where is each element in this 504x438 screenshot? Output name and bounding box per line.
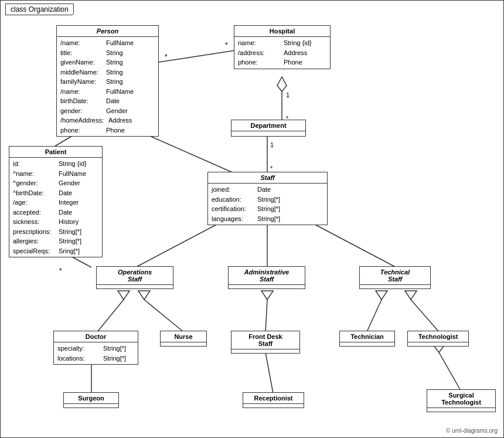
svg-line-38 — [439, 352, 461, 391]
svg-text:1: 1 — [270, 141, 274, 148]
class-doctor-header: Doctor — [54, 331, 138, 342]
class-person: Person /name:FullName title:String given… — [56, 25, 159, 137]
svg-marker-29 — [261, 291, 273, 300]
class-hospital: Hospital name:String {id} /address:Addre… — [234, 25, 331, 69]
class-administrative-staff-header: AdministrativeStaff — [229, 267, 305, 285]
class-technologist: Technologist — [407, 331, 469, 347]
class-technical-staff-body — [360, 285, 430, 288]
class-receptionist: Receptionist — [243, 392, 304, 408]
svg-marker-33 — [405, 291, 417, 300]
class-person-header: Person — [57, 26, 158, 37]
class-patient-header: Patient — [9, 147, 102, 158]
svg-line-0 — [159, 50, 235, 62]
class-person-body: /name:FullName title:String givenName:St… — [57, 37, 158, 136]
class-department-body — [231, 131, 305, 136]
copyright: © uml-diagrams.org — [446, 427, 498, 434]
class-patient: Patient id:String {id} ^name:FullName ^g… — [9, 146, 103, 257]
class-hospital-body: name:String {id} /address:Address phone:… — [234, 37, 330, 69]
class-surgical-technologist-body — [427, 408, 495, 412]
svg-marker-27 — [138, 291, 150, 300]
class-front-desk-staff-header: Front DeskStaff — [231, 331, 299, 349]
svg-marker-31 — [376, 291, 387, 300]
class-surgeon: Surgeon — [63, 392, 119, 408]
svg-line-28 — [265, 300, 267, 332]
class-department-header: Department — [231, 120, 305, 131]
class-administrative-staff: AdministrativeStaff — [228, 266, 305, 289]
class-surgeon-header: Surgeon — [64, 393, 118, 404]
class-department: Department — [231, 120, 306, 137]
class-technologist-body — [408, 342, 468, 346]
svg-text:*: * — [225, 41, 228, 49]
class-hospital-header: Hospital — [234, 26, 330, 37]
svg-text:*: * — [165, 53, 168, 61]
class-doctor-body: specialty:String[*] locations:String[*] — [54, 342, 138, 364]
class-technician-body — [340, 342, 394, 346]
class-staff-header: Staff — [208, 172, 327, 184]
class-surgical-technologist: SurgicalTechnologist — [427, 389, 496, 412]
class-nurse-body — [161, 342, 206, 346]
class-nurse: Nurse — [160, 331, 207, 347]
class-receptionist-body — [243, 404, 304, 408]
class-front-desk-staff: Front DeskStaff — [231, 331, 300, 354]
diagram-container: class Organization * * 1 * 1 * — [0, 0, 504, 438]
class-operations-staff-body — [97, 285, 173, 288]
class-operations-staff-header: OperationsStaff — [97, 267, 173, 285]
svg-line-24 — [97, 300, 124, 332]
class-staff-body: joined:Date education:String[*] certific… — [208, 184, 327, 225]
svg-line-36 — [265, 352, 273, 393]
class-doctor: Doctor specialty:String[*] locations:Str… — [53, 331, 138, 365]
svg-line-26 — [144, 300, 183, 332]
class-receptionist-header: Receptionist — [243, 393, 304, 404]
svg-marker-25 — [118, 291, 130, 300]
class-surgical-technologist-header: SurgicalTechnologist — [427, 390, 495, 408]
class-front-desk-staff-body — [231, 349, 299, 353]
svg-line-30 — [367, 300, 382, 332]
svg-text:*: * — [270, 165, 273, 172]
class-technician-header: Technician — [340, 331, 394, 342]
class-surgeon-body — [64, 404, 118, 408]
class-technician: Technician — [339, 331, 395, 347]
svg-text:1: 1 — [286, 91, 290, 99]
class-staff: Staff joined:Date education:String[*] ce… — [207, 172, 328, 225]
class-technical-staff-header: TechnicalStaff — [360, 267, 430, 285]
svg-marker-4 — [277, 77, 287, 91]
class-operations-staff: OperationsStaff — [96, 266, 173, 289]
class-administrative-staff-body — [229, 285, 305, 288]
class-technical-staff: TechnicalStaff — [359, 266, 431, 289]
class-technologist-header: Technologist — [408, 331, 468, 342]
svg-line-32 — [411, 300, 439, 332]
class-patient-body: id:String {id} ^name:FullName ^gender:Ge… — [9, 158, 102, 257]
svg-text:*: * — [59, 267, 62, 275]
diagram-title: class Organization — [5, 4, 74, 15]
class-nurse-header: Nurse — [161, 331, 206, 342]
